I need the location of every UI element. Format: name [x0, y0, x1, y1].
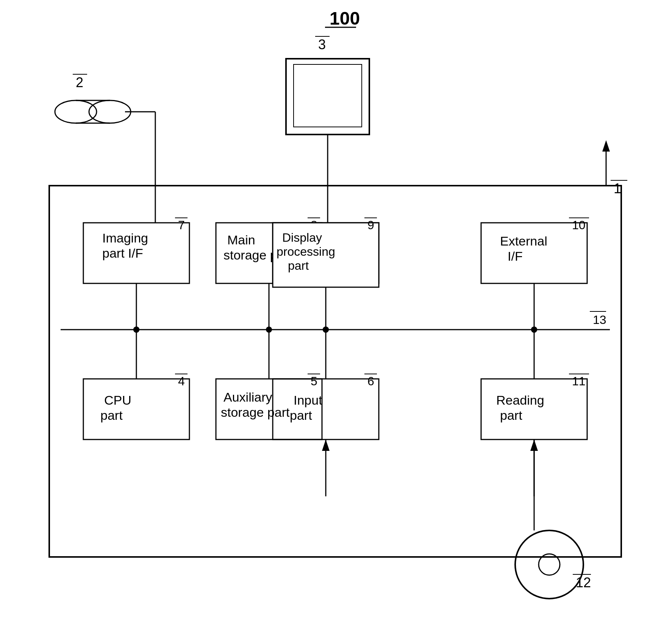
svg-point-45 — [323, 327, 329, 333]
svg-text:processing: processing — [277, 245, 335, 258]
reading-label: 11 — [572, 374, 586, 388]
title-label: 100 — [330, 8, 360, 28]
external-text-line1: External — [500, 234, 547, 248]
camera-cylinder-front — [55, 100, 97, 123]
reader-label: 12 — [576, 575, 591, 590]
system-label: 1 — [614, 181, 621, 196]
display-label: 9 — [367, 218, 374, 232]
camera-cylinder-back — [89, 100, 131, 123]
camera-label: 2 — [76, 75, 83, 90]
external-label: 10 — [572, 218, 586, 232]
svg-marker-3 — [602, 140, 610, 152]
monitor-label: 3 — [318, 37, 326, 52]
reading-text-line1: Reading — [496, 393, 544, 407]
svg-text:part: part — [288, 259, 309, 272]
imaging-text-line1: Imaging — [102, 231, 148, 245]
imaging-text-line2: part I/F — [102, 246, 143, 260]
external-box — [481, 223, 587, 283]
reading-text-line2: part — [500, 408, 522, 422]
aux-label: 5 — [311, 374, 317, 388]
reading-box — [481, 379, 587, 439]
main-storage-text-line1: Main — [227, 233, 255, 247]
svg-point-46 — [531, 327, 537, 333]
svg-text:Display: Display — [282, 231, 322, 244]
input-label: 6 — [367, 374, 374, 388]
aux-text-line1: Auxiliary — [223, 390, 272, 404]
svg-point-44 — [133, 327, 139, 333]
cpu-text-line2: part — [100, 408, 123, 422]
svg-marker-38 — [322, 439, 330, 451]
input-text-line1: Input — [294, 393, 322, 407]
bus-label: 13 — [593, 313, 606, 327]
reader-circle — [515, 530, 583, 599]
cpu-text-line1: CPU — [104, 393, 131, 407]
external-text-line2: I/F — [508, 249, 523, 263]
diagram-container: 100 1 2 3 I — [0, 0, 672, 635]
svg-rect-9 — [294, 64, 362, 127]
cpu-box — [83, 379, 189, 439]
aux-text-line2: storage part — [221, 405, 290, 419]
monitor-box — [286, 59, 369, 135]
input-text-line2: part — [290, 408, 312, 422]
cpu-label: 4 — [178, 374, 185, 388]
imaging-label: 7 — [178, 218, 185, 232]
